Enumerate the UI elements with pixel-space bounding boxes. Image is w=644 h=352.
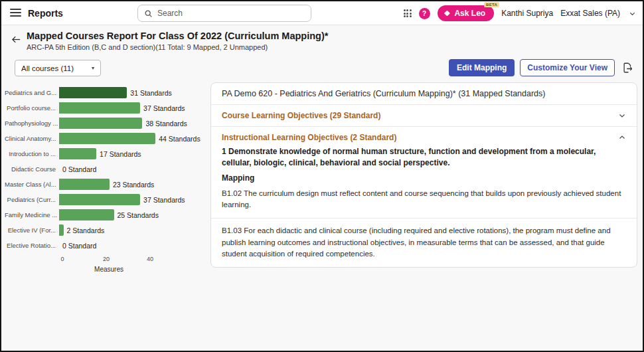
mapping-item: B1.02 The curriculum design must reflect… [211,184,637,219]
bar[interactable] [59,87,127,98]
category-label: Clinical Anatomy... [5,135,59,142]
mapping-section-label: Mapping [211,169,637,184]
bar[interactable] [59,148,96,159]
bar-value-label: 37 Standards [143,196,185,204]
category-label: Pediatrics and G... [5,89,59,96]
bar[interactable] [59,209,114,220]
ask-leo-button[interactable]: ❖ Ask Leo BETA [438,5,495,21]
bar-zone: 31 Standards [59,87,207,98]
edit-mapping-button[interactable]: Edit Mapping [449,59,515,76]
category-label: Elective IV (For... [5,226,59,234]
topbar-right-cluster: ? ❖ Ask Leo BETA Kanthi Supriya Exxat Sa… [404,1,636,25]
bar-value-label: 44 Standards [159,135,200,143]
export-icon[interactable] [620,60,635,75]
bar-value-label: 25 Standards [118,211,159,219]
bar-value-label: 2 Standards [67,226,105,234]
course-filter-dropdown[interactable]: All courses (11) ▾ [15,60,101,76]
ask-leo-label: Ask Leo [454,9,485,18]
course-detail-title: PA Demo 620 - Pediatrics And Geriatrics … [211,83,637,105]
category-label: Introduction to ... [5,150,59,157]
category-label: Family Medicine ... [5,211,59,219]
actions-toolbar: Edit Mapping Customize Your View [449,59,635,76]
accordion-course-learning-objectives[interactable]: Course Learning Objectives (29 Standard) [211,105,637,127]
bar[interactable] [59,133,155,144]
bar[interactable] [59,194,140,205]
user-menu-chevron-icon[interactable] [629,10,636,17]
bar-value-label: 31 Standards [130,89,171,97]
x-axis: Measures 02040 [62,256,207,276]
bar-value-label: 17 Standards [100,150,141,158]
x-axis-tick: 0 [60,256,64,262]
customize-view-button[interactable]: Customize Your View [520,59,615,76]
bar-value-label: 23 Standards [113,181,154,189]
user-name: Kanthi Supriya [501,9,553,18]
top-navigation-bar: Reports ? ❖ Ask Leo BETA Kanthi Supriya … [1,1,643,25]
chart-row: Pathophysiology ...38 Standards [5,116,207,131]
app-title: Reports [28,8,63,19]
global-search[interactable] [137,5,311,22]
chart-row: Clinical Anatomy...44 Standards [5,131,207,146]
mapping-item: B1.03 For each didactic and clinical cou… [211,218,637,267]
ask-leo-icon: ❖ [444,9,451,18]
user-org: Exxat Sales (PA) [560,9,620,18]
course-detail-panel: PA Demo 620 - Pediatrics And Geriatrics … [210,82,637,268]
objective-text: 1 Demonstrate knowledge of normal human … [211,145,637,169]
chart-row: Portfolio course...37 Standards [5,100,207,116]
chart-row: Elective IV (For...2 Standards [5,222,207,238]
search-icon [144,9,153,18]
bar-zone: 44 Standards [59,133,207,144]
category-label: Elective Rotatio... [5,242,59,249]
search-input[interactable] [157,9,305,18]
bar-zone: 37 Standards [59,102,207,114]
chevron-down-icon: ▾ [92,65,94,71]
bar-value-label: 0 Standard [62,242,96,250]
bar-zone: 38 Standards [59,118,207,129]
bar-zone: 37 Standards [59,194,207,205]
page-subtitle: ARC-PA 5th Edition (B,C and D section)(1… [27,43,268,51]
hamburger-menu-icon[interactable] [10,9,21,17]
accordion-label: Course Learning Objectives (29 Standard) [222,111,380,120]
x-axis-tick: 40 [147,256,153,262]
x-axis-tick: 20 [103,256,110,262]
course-filter-value: All courses (11) [21,64,74,72]
help-icon[interactable]: ? [419,8,430,19]
page-title: Mapped Courses Report For Class Of 2022 … [27,31,328,41]
category-label: Portfolio course... [5,104,59,112]
bar-zone: 2 Standards [59,224,207,236]
chevron-up-icon [618,133,626,141]
chart-row: Family Medicine ...25 Standards [5,207,207,222]
beta-badge: BETA [484,2,499,7]
bar-chart-rows: Pediatrics and G...31 StandardsPortfolio… [5,85,207,253]
bar-zone: 23 Standards [59,179,207,190]
bar[interactable] [59,224,64,236]
x-axis-label: Measures [94,266,123,273]
back-arrow-icon[interactable] [11,35,22,44]
chart-row: Pediatrics and G...31 Standards [5,85,207,100]
chart-row: Master Class (Al...23 Standards [5,177,207,192]
bar-zone: 0 Standard [59,163,207,175]
chevron-down-icon [618,112,626,120]
accordion-label: Instructional Learning Objectives (2 Sta… [222,133,396,142]
bar[interactable] [59,102,140,114]
bar[interactable] [59,179,110,190]
category-label: Didactic Course [5,165,59,173]
chart-row: Elective Rotatio...0 Standard [5,238,207,253]
bar[interactable] [59,118,142,129]
bar-zone: 17 Standards [59,148,207,159]
bar-zone: 25 Standards [59,209,207,220]
bar-zone: 0 Standard [59,240,207,251]
app-window: Reports ? ❖ Ask Leo BETA Kanthi Supriya … [0,0,644,352]
chart-row: Didactic Course0 Standard [5,161,207,177]
bar-value-label: 37 Standards [143,104,185,112]
bar-value-label: 0 Standard [62,165,96,173]
mapped-courses-bar-chart: Pediatrics and G...31 StandardsPortfolio… [5,85,207,276]
accordion-instructional-learning-objectives[interactable]: Instructional Learning Objectives (2 Sta… [211,127,637,145]
apps-grid-icon[interactable] [404,9,412,17]
chart-row: Introduction to ...17 Standards [5,146,207,161]
category-label: Master Class (Al... [5,181,59,188]
mapping-list: B1.02 The curriculum design must reflect… [211,184,637,267]
bar-value-label: 38 Standards [145,120,187,128]
category-label: Pathophysiology ... [5,120,59,127]
chart-row: Pediatrics (Curr...37 Standards [5,192,207,207]
category-label: Pediatrics (Curr... [5,196,59,203]
